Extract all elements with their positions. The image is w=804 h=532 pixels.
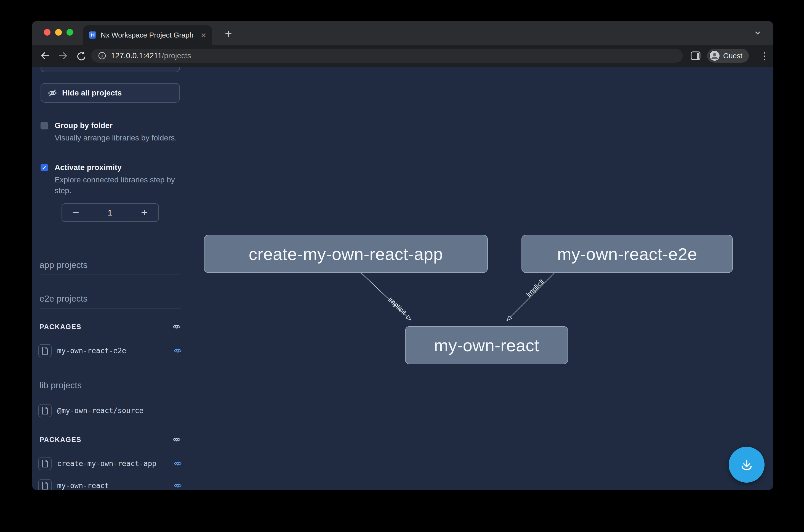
proximity-increment-button[interactable]: + — [130, 204, 158, 221]
node-create-my-own-react-app[interactable]: create-my-own-react-app — [204, 235, 488, 273]
document-icon — [38, 344, 52, 357]
close-window-button[interactable] — [44, 29, 51, 36]
e2e-packages-header: PACKAGES — [39, 321, 181, 332]
sidebar-divider — [32, 237, 190, 237]
sidebar: Show all projects Hide all projects Grou… — [32, 67, 190, 490]
tab-strip: Nx Workspace Project Graph × + — [32, 21, 773, 45]
group-by-folder-description: Visually arrange libraries by folders. — [55, 132, 184, 143]
list-item[interactable]: my-own-react — [38, 479, 182, 490]
activate-proximity-checkbox[interactable]: ✓ — [41, 164, 48, 171]
chevron-down-icon[interactable] — [753, 29, 762, 37]
eye-off-icon — [48, 88, 57, 98]
proximity-decrement-button[interactable]: − — [62, 204, 90, 221]
profile-chip[interactable]: Guest — [707, 49, 749, 63]
activate-proximity-description: Explore connected libraries step by step… — [55, 174, 184, 196]
eye-icon — [48, 67, 57, 67]
url-text: 127.0.0.1:4211/projects — [111, 51, 191, 60]
hide-all-projects-label: Hide all projects — [62, 89, 122, 97]
reload-icon[interactable] — [75, 50, 87, 62]
list-item[interactable]: create-my-own-react-app — [38, 457, 182, 470]
edge-label: implicit — [524, 277, 546, 299]
package-name: create-my-own-react-app — [57, 459, 168, 468]
edge-label: implicit — [386, 295, 408, 317]
app-projects-heading: app projects — [39, 260, 181, 275]
eye-icon[interactable] — [174, 459, 182, 468]
e2e-projects-heading: e2e projects — [39, 293, 181, 308]
show-all-projects-button[interactable]: Show all projects — [41, 67, 180, 72]
nx-favicon-icon — [89, 32, 96, 39]
lib-projects-heading: lib projects — [39, 380, 181, 395]
node-my-own-react[interactable]: my-own-react — [405, 326, 568, 364]
browser-menu-icon[interactable]: ⋮ — [760, 50, 769, 62]
minimize-window-button[interactable] — [55, 29, 62, 36]
group-by-folder-checkbox[interactable] — [41, 122, 48, 129]
hide-all-projects-button[interactable]: Hide all projects — [41, 83, 180, 103]
group-by-folder-label: Group by folder — [55, 121, 184, 130]
graph-canvas[interactable]: implicit implicit create-my-own-react-ap… — [190, 67, 773, 490]
eye-icon[interactable] — [172, 323, 181, 331]
browser-toolbar: 127.0.0.1:4211/projects Guest ⋮ — [32, 45, 773, 67]
list-item[interactable]: my-own-react-e2e — [38, 344, 182, 357]
document-icon — [38, 457, 52, 470]
list-item[interactable]: @my-own-react/source — [38, 404, 182, 417]
eye-icon[interactable] — [174, 346, 182, 355]
close-tab-icon[interactable]: × — [201, 31, 206, 39]
packages-label: PACKAGES — [39, 323, 81, 331]
download-icon — [738, 456, 755, 473]
tab-title: Nx Workspace Project Graph — [101, 31, 196, 39]
back-icon[interactable] — [39, 50, 51, 62]
group-by-folder-control: Group by folder Visually arrange librari… — [41, 121, 180, 143]
lib-packages-header: PACKAGES — [39, 434, 181, 445]
new-tab-button[interactable]: + — [225, 27, 232, 40]
url-path: /projects — [162, 51, 191, 60]
zoom-window-button[interactable] — [66, 29, 73, 36]
avatar-icon — [709, 51, 720, 61]
graph-edges: implicit implicit — [190, 67, 773, 490]
node-my-own-react-e2e[interactable]: my-own-react-e2e — [521, 235, 733, 273]
nx-graph-app: Show all projects Hide all projects Grou… — [32, 67, 773, 490]
activate-proximity-control: ✓ Activate proximity Explore connected l… — [41, 163, 180, 196]
site-info-icon[interactable] — [98, 51, 107, 60]
eye-icon[interactable] — [172, 435, 181, 444]
package-name: @my-own-react/source — [57, 406, 182, 415]
proximity-stepper: − 1 + — [61, 203, 159, 222]
node-label: my-own-react-e2e — [557, 244, 697, 264]
profile-name: Guest — [723, 52, 742, 60]
side-panel-icon[interactable] — [691, 51, 701, 60]
download-image-button[interactable] — [729, 447, 765, 482]
packages-label: PACKAGES — [39, 436, 81, 444]
forward-icon[interactable] — [57, 50, 69, 62]
browser-tab[interactable]: Nx Workspace Project Graph × — [83, 25, 212, 45]
document-icon — [38, 479, 52, 490]
check-icon: ✓ — [42, 165, 46, 171]
url-host: 127.0.0.1:4211 — [111, 51, 162, 60]
address-bar[interactable]: 127.0.0.1:4211/projects — [91, 49, 683, 63]
node-label: my-own-react — [434, 336, 539, 355]
document-icon — [38, 404, 52, 417]
activate-proximity-label: Activate proximity — [55, 163, 184, 172]
browser-window: Nx Workspace Project Graph × + — [32, 21, 773, 490]
package-name: my-own-react-e2e — [57, 346, 168, 355]
package-name: my-own-react — [57, 481, 168, 490]
show-all-projects-label: Show all projects — [62, 67, 126, 67]
eye-icon[interactable] — [174, 481, 182, 490]
node-label: create-my-own-react-app — [249, 244, 443, 264]
proximity-value: 1 — [90, 204, 130, 221]
window-controls — [44, 29, 73, 36]
